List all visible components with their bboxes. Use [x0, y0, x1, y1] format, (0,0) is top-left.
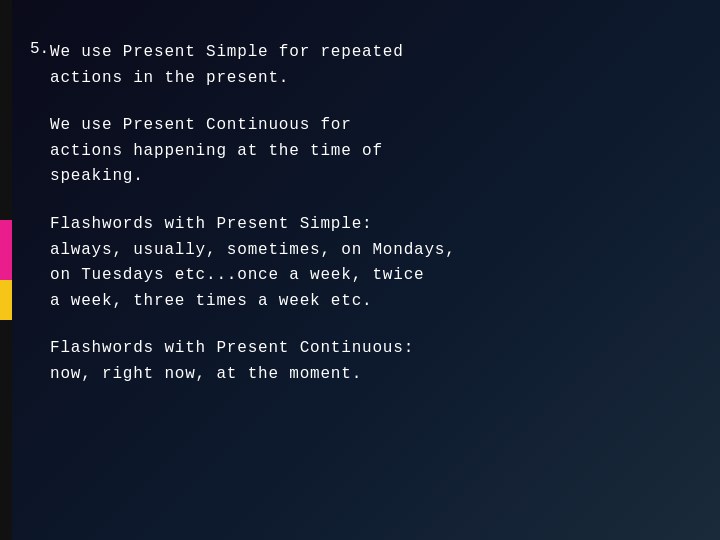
slide: 5. We use Present Simple for repeated ac…	[0, 0, 720, 540]
left-accent-bar	[0, 0, 12, 540]
bar-pink	[0, 220, 12, 280]
paragraph-1: We use Present Simple for repeated actio…	[50, 40, 456, 91]
bar-bottom	[0, 320, 12, 540]
slide-content: We use Present Simple for repeated actio…	[50, 40, 456, 388]
item-number: 5.	[30, 40, 49, 58]
bar-top	[0, 0, 12, 220]
paragraph-2: We use Present Continuous for actions ha…	[50, 113, 456, 190]
paragraph-4: Flashwords with Present Continuous: now,…	[50, 336, 456, 387]
bar-yellow	[0, 280, 12, 320]
paragraph-3: Flashwords with Present Simple: always, …	[50, 212, 456, 314]
